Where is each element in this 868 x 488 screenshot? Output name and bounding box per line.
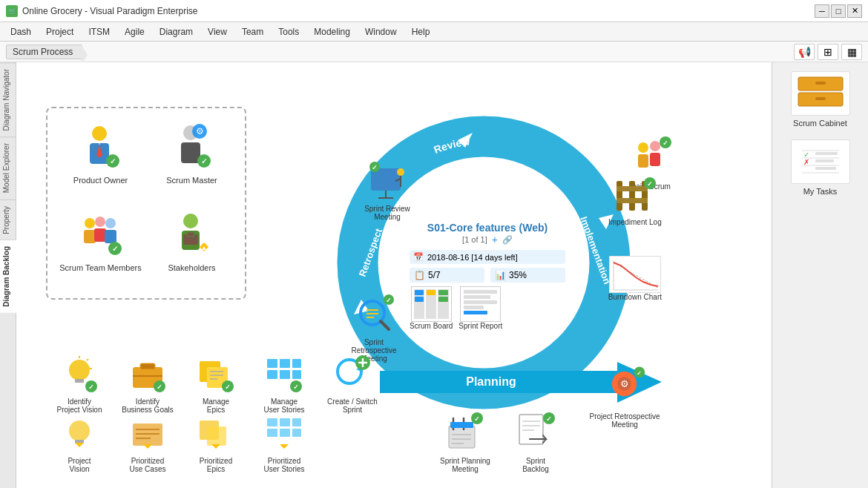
svg-rect-108 [292, 359, 301, 368]
identify-vision-label: IdentifyProject Vision [57, 398, 102, 414]
role-scrum-team[interactable]: ✓ Scrum Team Members [59, 207, 142, 287]
svg-text:✗: ✗ [803, 158, 809, 166]
sprint-review-icon: ✓ [365, 159, 410, 203]
impediment-log-item[interactable]: ✓ Impediment Log [608, 177, 662, 226]
add-icon[interactable]: + [492, 234, 498, 245]
role-stakeholders[interactable]: ▲ Stakeholders [150, 207, 234, 287]
my-tasks-label: My Tasks [803, 187, 838, 196]
backlog-row-2: ProjectVision Prioritize [50, 413, 314, 473]
svg-rect-140 [815, 97, 826, 100]
panel-icon: ▦ [847, 46, 857, 58]
project-retro-label: Project RetrospectiveMeeting [589, 412, 660, 429]
sidebar-tab-property[interactable]: Property [0, 200, 16, 240]
sidebar-tab-diagram-navigator[interactable]: Diagram Navigator [0, 62, 16, 136]
svg-rect-56 [629, 181, 635, 211]
svg-text:⚙: ⚙ [620, 378, 629, 389]
sprint-report-item[interactable]: Sprint Report [458, 286, 502, 330]
close-button[interactable]: ✕ [847, 4, 862, 18]
panel-scrum-cabinet[interactable]: Scrum Cabinet [780, 68, 861, 131]
svg-rect-148 [815, 159, 834, 162]
scrum-master-label: Scrum Master [166, 176, 217, 185]
svg-rect-133 [267, 429, 277, 437]
svg-text:✓: ✓ [110, 157, 116, 165]
sprint-review-meeting[interactable]: ✓ Sprint ReviewMeeting [354, 159, 421, 221]
svg-rect-91 [75, 379, 84, 383]
roles-box: ✓ Product Owner ⚙ [46, 107, 246, 300]
prioritized-use-cases[interactable]: PrioritizedUse Cases [118, 413, 177, 473]
svg-point-119 [69, 421, 90, 441]
sprint-stories: 5/7 [428, 270, 441, 280]
panel-my-tasks[interactable]: ✓ ✗ My Tasks [780, 136, 861, 199]
megaphone-toolbar-btn[interactable]: 📢 [794, 44, 815, 60]
maximize-button[interactable]: □ [831, 4, 846, 18]
sprint-icon[interactable]: 🔗 [502, 235, 513, 245]
role-product-owner[interactable]: ✓ Product Owner [59, 119, 142, 200]
svg-rect-135 [292, 429, 301, 437]
svg-rect-13 [84, 230, 96, 243]
identify-project-vision[interactable]: ✓ IdentifyProject Vision [50, 354, 109, 414]
menu-team[interactable]: Team [234, 24, 271, 39]
impediment-log-icon: ✓ [613, 177, 657, 218]
sprint-progress: 35% [509, 270, 527, 280]
project-vision-item[interactable]: ProjectVision [50, 413, 109, 473]
svg-rect-122 [133, 423, 162, 446]
menu-itsm[interactable]: ITSM [81, 24, 117, 39]
menu-modeling[interactable]: Modeling [306, 24, 358, 39]
svg-text:▲: ▲ [200, 244, 207, 251]
daily-scrum-icon: ✓ [628, 136, 673, 181]
prioritized-user-stories[interactable]: PrioritizedUser Stories [254, 413, 314, 473]
calendar-icon: 📅 [413, 252, 424, 262]
create-switch-sprint[interactable]: Create / SwitchSprint [323, 354, 382, 414]
svg-rect-95 [140, 363, 155, 369]
svg-rect-23 [187, 232, 194, 237]
svg-text:✓: ✓ [474, 415, 480, 423]
sprint-planning-meeting[interactable]: ✓ Sprint PlanningMeeting [432, 411, 499, 473]
scrum-cabinet-label: Scrum Cabinet [793, 119, 847, 128]
manage-epics-icon: ✓ [195, 354, 237, 395]
svg-text:✓: ✓ [372, 164, 378, 171]
menu-diagram[interactable]: Diagram [152, 24, 200, 39]
identify-business-goals[interactable]: ✓ IdentifyBusiness Goals [118, 354, 177, 414]
svg-text:✓: ✓ [386, 297, 392, 304]
menu-dash[interactable]: Dash [3, 24, 39, 39]
manage-epics[interactable]: ✓ ManageEpics [186, 354, 246, 414]
svg-text:⚙: ⚙ [195, 126, 203, 136]
manage-epics-label: ManageEpics [203, 398, 229, 414]
sidebar-tab-diagram-backlog[interactable]: Diagram Backlog [0, 240, 16, 313]
manage-user-stories[interactable]: ✓ ManageUser Stories [254, 354, 314, 414]
svg-point-0 [92, 126, 107, 141]
impediment-log-label: Impediment Log [608, 218, 662, 226]
svg-rect-132 [292, 418, 301, 426]
grid-toolbar-btn[interactable]: ⊞ [818, 44, 838, 60]
minimize-button[interactable]: ─ [815, 4, 829, 18]
sprint-date: 2018-08-16 [14 days left] [427, 253, 518, 262]
use-cases-icon [127, 413, 168, 455]
user-stories-label: ManageUser Stories [263, 398, 304, 414]
svg-text:Planning: Planning [466, 375, 516, 388]
svg-text:✓: ✓ [157, 383, 162, 391]
menu-window[interactable]: Window [358, 24, 404, 39]
canvas-area[interactable]: ✓ Product Owner ⚙ [16, 62, 772, 488]
megaphone-icon: 📢 [798, 46, 811, 58]
panel-toolbar-btn[interactable]: ▦ [841, 44, 862, 60]
sprint-backlog-item[interactable]: ✓ SprintBacklog [506, 411, 565, 473]
sidebar-tab-model-explorer[interactable]: Model Explorer [0, 136, 16, 199]
menu-project[interactable]: Project [39, 24, 81, 39]
svg-rect-110 [280, 370, 290, 379]
sprint-retro-meeting[interactable]: ✓ Sprint RetrospectiveMeeting [341, 292, 407, 363]
breadcrumb[interactable]: Scrum Process [6, 44, 82, 59]
prioritized-stories-label: PrioritizedUser Stories [263, 457, 304, 473]
role-scrum-master[interactable]: ⚙ ✓ Scrum Master [150, 119, 234, 200]
scrum-team-label: Scrum Team Members [59, 263, 141, 272]
svg-rect-128 [207, 426, 226, 446]
burndown-chart-item[interactable]: Burndown Chart [608, 256, 662, 301]
scrum-board-item[interactable]: Scrum Board [410, 286, 453, 330]
menu-tools[interactable]: Tools [271, 24, 306, 39]
menu-view[interactable]: View [200, 24, 234, 39]
project-retro-meeting[interactable]: ⚙ ✓ Project RetrospectiveMeeting [588, 366, 662, 429]
prioritized-epics[interactable]: PrioritizedEpics [186, 413, 246, 473]
sprint-report-icon [460, 286, 501, 322]
menu-agile[interactable]: Agile [117, 24, 152, 39]
menu-help[interactable]: Help [404, 24, 438, 39]
sprint-count: [1 of 1] [462, 235, 487, 244]
